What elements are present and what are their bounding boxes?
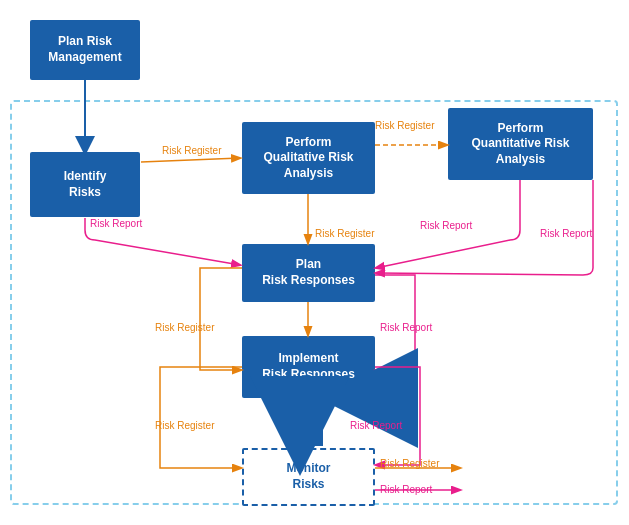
label-rr-identify-qualitative: Risk Register (162, 145, 221, 156)
label-rr-qual-plan: Risk Register (315, 228, 374, 239)
label-rr-implement-monitor: Risk Register (155, 420, 214, 431)
label-rp-identify: Risk Report (90, 218, 142, 229)
label-rp-right-plan: Risk Report (540, 228, 592, 239)
identify-risks-box: IdentifyRisks (30, 152, 140, 217)
label-rp-monitor-out: Risk Report (380, 484, 432, 495)
plan-risk-box: Plan RiskManagement (30, 20, 140, 80)
label-rp-plan-implement: Risk Report (380, 322, 432, 333)
diagram-container: Plan RiskManagement IdentifyRisks Perfor… (0, 0, 629, 525)
label-rp-quant-plan: Risk Report (420, 220, 472, 231)
plan-responses-box: PlanRisk Responses (242, 244, 375, 302)
implement-box: ImplementRisk Responses (242, 336, 375, 398)
monitor-box: MonitorRisks (242, 448, 375, 506)
label-rr-plan-implement: Risk Register (155, 322, 214, 333)
quantitative-box: PerformQuantitative RiskAnalysis (448, 108, 593, 180)
label-rr-monitor-out: Risk Register (380, 458, 439, 469)
label-rp-implement-monitor: Risk Report (350, 420, 402, 431)
label-rr-qual-quant: Risk Register (375, 120, 434, 131)
qualitative-box: PerformQualitative RiskAnalysis (242, 122, 375, 194)
